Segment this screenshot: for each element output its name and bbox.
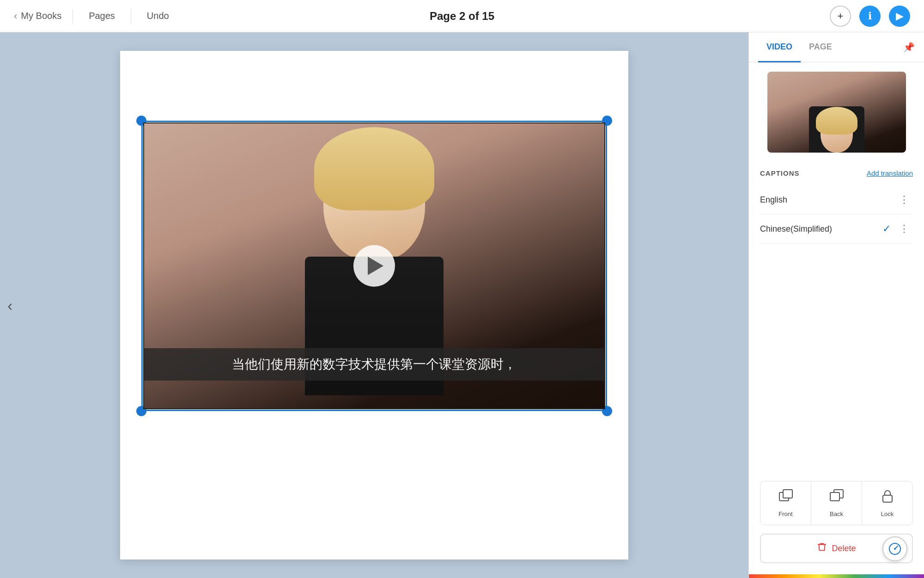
help-button[interactable] (882, 536, 907, 561)
color-bar (749, 574, 924, 578)
video-element[interactable]: 当他们使用新的数字技术提供第一个课堂资源时， (143, 123, 605, 409)
help-icon (888, 542, 901, 555)
caption-row-english: English ⋮ (760, 185, 913, 215)
my-books-label: My Books (21, 11, 61, 21)
tab-page[interactable]: PAGE (801, 33, 840, 62)
tab-video[interactable]: VIDEO (758, 33, 801, 62)
undo-button[interactable]: Undo (142, 8, 174, 24)
back-icon (829, 489, 844, 507)
svg-rect-3 (830, 492, 839, 501)
front-button[interactable]: Front (760, 481, 811, 525)
caption-row-chinese: Chinese(Simplified) ✓ ⋮ (760, 215, 913, 244)
panel-tabs: VIDEO PAGE 📌 (749, 32, 924, 62)
header-divider-2 (131, 9, 131, 23)
svg-point-7 (894, 548, 896, 550)
thumb-person-container (767, 113, 906, 153)
thumb-hair (816, 107, 857, 135)
pin-icon[interactable]: 📌 (903, 42, 915, 53)
back-to-my-books[interactable]: ‹ My Books (14, 10, 61, 22)
lock-label: Lock (881, 510, 894, 517)
add-translation-button[interactable]: Add translation (867, 169, 913, 177)
prev-page-button[interactable]: ‹ (7, 296, 12, 314)
person-head (323, 141, 425, 261)
captions-section: CAPTIONS Add translation English ⋮ Chine… (749, 162, 924, 473)
play-triangle-icon (368, 257, 383, 275)
front-label: Front (778, 510, 792, 517)
page-container: 当他们使用新的数字技术提供第一个课堂资源时， (120, 51, 628, 560)
back-button[interactable]: Back (811, 481, 862, 525)
caption-actions-chinese: ✓ ⋮ (882, 221, 913, 237)
caption-lang-english: English (760, 195, 787, 205)
info-button[interactable]: ℹ (859, 6, 881, 27)
chinese-more-button[interactable]: ⋮ (895, 221, 913, 237)
caption-lang-chinese: Chinese(Simplified) (760, 224, 832, 234)
page-indicator: Page 2 of 15 (430, 10, 494, 23)
video-content: 当他们使用新的数字技术提供第一个课堂资源时， (143, 123, 605, 409)
header-divider (73, 9, 73, 23)
pages-button[interactable]: Pages (84, 8, 120, 24)
caption-actions-english: ⋮ (895, 192, 913, 208)
lock-button[interactable]: Lock (862, 481, 912, 525)
svg-rect-4 (883, 495, 892, 502)
right-panel: VIDEO PAGE 📌 CAPTIONS Add translation En… (748, 32, 924, 578)
front-icon (778, 489, 793, 507)
delete-label: Delete (832, 544, 856, 553)
action-icons-row: Front Back Lock (760, 481, 913, 525)
svg-rect-1 (783, 490, 792, 498)
main-area: ‹ (0, 32, 924, 578)
play-overlay-button[interactable] (353, 245, 395, 287)
lock-icon (880, 489, 895, 507)
video-thumbnail (767, 72, 906, 153)
captions-header: CAPTIONS Add translation (760, 169, 913, 177)
chinese-check-icon: ✓ (882, 223, 891, 235)
back-chevron-icon: ‹ (14, 10, 17, 22)
trash-icon (817, 542, 827, 555)
header: ‹ My Books Pages Undo Page 2 of 15 + ℹ ▶ (0, 0, 924, 32)
add-button[interactable]: + (830, 6, 851, 27)
thumb-head (821, 113, 853, 153)
play-button[interactable]: ▶ (889, 6, 910, 27)
subtitle-bar: 当他们使用新的数字技术提供第一个课堂资源时， (144, 348, 604, 381)
person-face (330, 155, 418, 257)
header-actions: + ℹ ▶ (830, 6, 910, 27)
captions-title: CAPTIONS (760, 169, 800, 177)
canvas-area: ‹ (0, 32, 748, 578)
subtitle-text: 当他们使用新的数字技术提供第一个课堂资源时， (232, 357, 517, 371)
english-more-button[interactable]: ⋮ (895, 192, 913, 208)
back-label: Back (830, 510, 843, 517)
